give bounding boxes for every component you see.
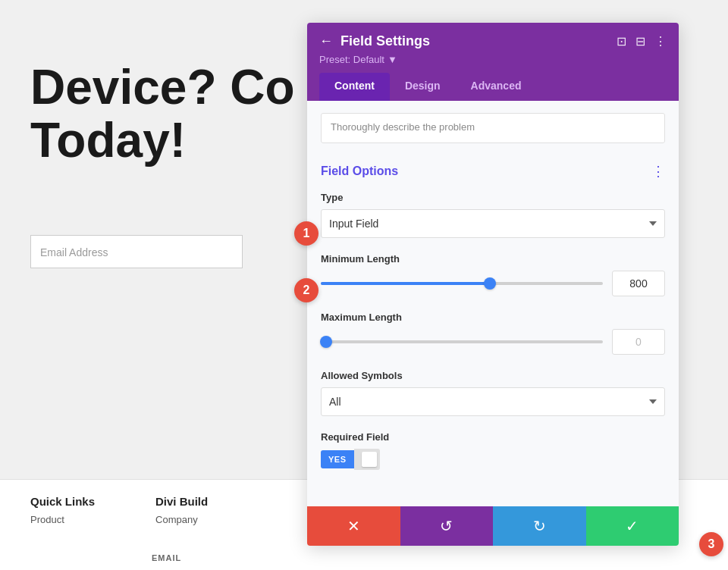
min-length-track: [321, 282, 603, 285]
redo-button[interactable]: ↻: [493, 506, 586, 546]
back-icon[interactable]: ←: [319, 33, 333, 49]
textarea-preview: Thoroughly describe the problem: [321, 113, 665, 143]
allowed-symbols-label: Allowed Symbols: [321, 370, 665, 381]
max-length-field-group: Maximum Length 0: [321, 312, 665, 355]
panel-title-left: ← Field Settings: [319, 33, 430, 49]
type-label: Type: [321, 192, 665, 203]
panel-body: Thoroughly describe the problem Field Op…: [307, 101, 679, 506]
max-length-thumb[interactable]: [320, 336, 332, 348]
section-header: Field Options ⋮: [321, 163, 665, 180]
step-badge-1: 1: [294, 221, 318, 246]
toggle-yes-label: YES: [321, 450, 354, 468]
type-field-group: Type Input Field Textarea Checkbox Radio…: [321, 192, 665, 238]
section-title: Field Options: [321, 164, 398, 178]
tab-advanced[interactable]: Advanced: [456, 73, 537, 101]
more-icon[interactable]: ⋮: [654, 34, 667, 49]
min-length-slider[interactable]: [321, 276, 603, 291]
min-length-field-group: Minimum Length 800: [321, 253, 665, 296]
cancel-button[interactable]: ✕: [307, 506, 400, 546]
preset-selector[interactable]: Preset: Default ▼: [319, 54, 667, 65]
toggle-knob: [362, 452, 377, 467]
max-length-input[interactable]: 0: [612, 329, 665, 355]
email-footer-label: EMAIL: [152, 553, 181, 562]
allowed-symbols-select[interactable]: All Letters Numbers Letters and Numbers: [321, 387, 665, 416]
bottom-toolbar: ✕ ↺ ↻ ✓: [307, 506, 679, 546]
min-length-fill: [321, 282, 490, 285]
undo-button[interactable]: ↺: [400, 506, 494, 546]
resize-icon[interactable]: ⊡: [617, 34, 626, 49]
panel-header: ← Field Settings ⊡ ⊟ ⋮ Preset: Default ▼…: [307, 23, 679, 101]
min-length-label: Minimum Length: [321, 253, 665, 265]
save-button[interactable]: ✓: [586, 506, 679, 546]
panel-title-row: ← Field Settings ⊡ ⊟ ⋮: [319, 33, 667, 49]
required-field-label: Required Field: [321, 431, 665, 443]
field-settings-panel: ← Field Settings ⊡ ⊟ ⋮ Preset: Default ▼…: [307, 23, 679, 546]
field-options-section: Field Options ⋮ Type Input Field Textare…: [307, 151, 679, 497]
section-menu-icon[interactable]: ⋮: [651, 163, 665, 180]
footer-col-2: Divi Build Company: [155, 495, 208, 525]
max-length-slider[interactable]: [321, 334, 603, 349]
min-length-input[interactable]: 800: [612, 271, 665, 296]
type-select[interactable]: Input Field Textarea Checkbox Radio Sele…: [321, 209, 665, 238]
max-length-label: Maximum Length: [321, 312, 665, 323]
required-toggle[interactable]: YES: [321, 449, 665, 470]
step-badge-2: 2: [294, 278, 318, 302]
panel-title-icons: ⊡ ⊟ ⋮: [617, 34, 667, 49]
tab-design[interactable]: Design: [390, 73, 456, 101]
headline: Device? Co Today!: [30, 61, 295, 168]
email-area: Email Address: [30, 235, 318, 268]
step-badge-3: 3: [699, 532, 723, 556]
min-length-thumb[interactable]: [484, 277, 496, 290]
email-input-preview: Email Address: [30, 235, 243, 268]
footer-col-1: Quick Links Product: [30, 495, 95, 525]
allowed-symbols-field-group: Allowed Symbols All Letters Numbers Lett…: [321, 370, 665, 416]
panel-title: Field Settings: [340, 33, 430, 49]
min-length-slider-row: 800: [321, 271, 665, 296]
tab-content[interactable]: Content: [319, 73, 390, 101]
panel-tabs: Content Design Advanced: [319, 73, 667, 101]
layout-icon[interactable]: ⊟: [635, 34, 645, 49]
max-length-slider-row: 0: [321, 329, 665, 355]
toggle-knob-area[interactable]: [354, 449, 380, 470]
max-length-track: [321, 340, 603, 343]
required-field-group: Required Field YES: [321, 431, 665, 470]
